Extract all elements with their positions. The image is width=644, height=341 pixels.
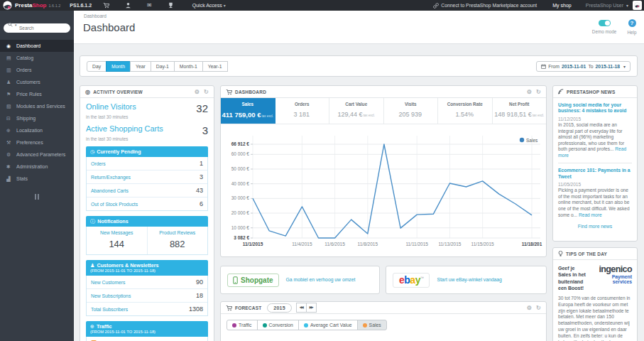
chevron-down-icon: ▾ bbox=[623, 64, 626, 69]
forecast-metric-toggles: Traffic Conversion Average Cart Value Sa… bbox=[227, 320, 546, 330]
my-shop-link[interactable]: My shop bbox=[552, 3, 571, 8]
cart-icon[interactable] bbox=[103, 2, 109, 9]
filter-month-button[interactable]: Month bbox=[106, 61, 131, 72]
book-icon: ▤ bbox=[6, 55, 16, 61]
panel-title: DASHBOARD bbox=[235, 90, 266, 94]
svg-text:50 000 €: 50 000 € bbox=[231, 166, 250, 171]
kpi-visits[interactable]: Visits205 939 bbox=[384, 98, 439, 124]
filter-month-1-button[interactable]: Month-1 bbox=[174, 61, 203, 72]
table-row: New Subscriptions18 bbox=[87, 289, 207, 303]
new-messages-cell: New Messages144 bbox=[87, 227, 147, 254]
active-carts-link[interactable]: Active Shopping Carts bbox=[86, 124, 163, 133]
calendar-icon bbox=[541, 64, 546, 69]
online-visitors-link[interactable]: Online Visitors bbox=[86, 102, 136, 111]
filter-day-button[interactable]: Day bbox=[87, 61, 107, 72]
filter-year-button[interactable]: Year bbox=[130, 61, 151, 72]
toggle-conversion[interactable]: Conversion bbox=[257, 320, 299, 330]
kpi-orders[interactable]: Orders3 181 bbox=[275, 98, 330, 124]
wrench-icon: ⚒ bbox=[6, 140, 16, 146]
toggle-traffic[interactable]: Traffic bbox=[227, 320, 258, 330]
ebay-ad-link[interactable]: Start uw eBay-winkel vandaag bbox=[437, 276, 501, 283]
help-icon[interactable]: ? bbox=[628, 19, 636, 27]
chevron-down-icon: ▾ bbox=[626, 4, 628, 8]
shopgate-logo[interactable]: Shopgate bbox=[227, 274, 279, 287]
svg-text:11/18/201: 11/18/201 bbox=[522, 242, 542, 247]
sidebar-item-customers[interactable]: ♟Customers bbox=[0, 76, 74, 88]
news-headline[interactable]: Using social media for your business: 4 … bbox=[558, 102, 632, 114]
svg-text:60 000 €: 60 000 € bbox=[231, 151, 250, 156]
cart-icon bbox=[226, 305, 232, 311]
tip-body: 30 tot 70% van de consumenten in Europa … bbox=[558, 292, 632, 341]
kpi-sales[interactable]: Sales411 759,00 €tax excl. bbox=[221, 98, 275, 124]
sidebar-item-orders[interactable]: ▥Orders bbox=[0, 64, 74, 76]
panel-title: FORECAST bbox=[235, 305, 261, 310]
svg-text:11/8/2015: 11/8/2015 bbox=[358, 242, 378, 247]
search-icon[interactable]: ▾ bbox=[8, 22, 17, 27]
orders-icon: ▥ bbox=[6, 67, 16, 73]
table-row: Abandoned Carts43 bbox=[87, 184, 207, 197]
demo-mode-control: Demo mode bbox=[589, 20, 620, 34]
dashboard-panel: DASHBOARD ⚙↻ Sales411 759,00 €tax excl. … bbox=[220, 85, 547, 257]
settings-icon[interactable]: ⚙ bbox=[195, 89, 200, 95]
target-icon: ◎ bbox=[85, 89, 90, 95]
sidebar-item-catalog[interactable]: ▤Catalog bbox=[0, 52, 74, 64]
date-range-picker[interactable]: From2015-11-01 To2015-11-18 ▾ bbox=[536, 61, 631, 72]
currently-pending-section: ◷Currently Pending Orders1 Return/Exchan… bbox=[86, 146, 208, 211]
sidebar-item-advanced-parameters[interactable]: ⚙Advanced Parameters bbox=[0, 148, 74, 161]
trophy-icon[interactable] bbox=[168, 2, 174, 9]
marketplace-link[interactable]: Connect to PrestaShop Marketplace accoun… bbox=[433, 3, 537, 9]
filter-day-1-button[interactable]: Day-1 bbox=[151, 61, 175, 72]
mail-icon[interactable]: ✉ bbox=[147, 3, 152, 9]
panel-title: ACTIVITY OVERVIEW bbox=[93, 90, 143, 94]
quick-access-menu[interactable]: Quick Access▾ bbox=[192, 3, 226, 8]
lightbulb-icon bbox=[558, 251, 563, 257]
kpi-conversion-rate[interactable]: Conversion Rate1.54% bbox=[438, 98, 493, 124]
globe-icon: ⊕ bbox=[6, 128, 16, 134]
kpi-net-profit[interactable]: Net Profit148 918,51 €tax excl. bbox=[493, 98, 547, 124]
collapse-sidebar-icon[interactable] bbox=[33, 194, 40, 200]
sidebar: ▾ ◉Dashboard ▤Catalog ▥Orders ♟Customers… bbox=[0, 11, 74, 341]
previous-year-button[interactable]: ◀◀ bbox=[296, 303, 307, 312]
sidebar-item-price-rules[interactable]: ⚑Price Rules bbox=[0, 88, 74, 100]
settings-icon[interactable]: ⚙ bbox=[527, 89, 532, 95]
filter-year-1-button[interactable]: Year-1 bbox=[202, 61, 228, 72]
sidebar-item-shipping[interactable]: ⊟Shipping bbox=[0, 112, 74, 124]
refresh-icon[interactable]: ↻ bbox=[536, 305, 541, 311]
sidebar-item-stats[interactable]: ▟Stats bbox=[0, 173, 74, 185]
read-more-link[interactable]: Read more bbox=[579, 212, 602, 217]
news-excerpt: Picking a payment provider is one of the… bbox=[558, 188, 632, 218]
customers-newsletters-section: ♟Customers & Newsletters(FROM 2015-11-01… bbox=[86, 260, 208, 316]
sidebar-item-administration[interactable]: ✱Administration bbox=[0, 161, 74, 173]
online-visitors-sublabel: in the last 30 minutes bbox=[86, 114, 208, 119]
customers-icon: ♟ bbox=[6, 80, 16, 85]
user-icon[interactable] bbox=[125, 2, 131, 9]
cart-icon bbox=[226, 89, 232, 95]
sidebar-item-modules[interactable]: ▧Modules and Services bbox=[0, 100, 74, 112]
next-year-button[interactable]: ▶▶ bbox=[306, 303, 317, 312]
demo-mode-toggle[interactable] bbox=[599, 20, 611, 26]
news-headline[interactable]: Ecommerce 101: Payments in a Tweet bbox=[558, 168, 632, 180]
bullet-icon bbox=[304, 323, 308, 328]
refresh-icon[interactable]: ↻ bbox=[204, 89, 209, 95]
gear-icon: ✱ bbox=[6, 164, 16, 170]
sidebar-item-preferences[interactable]: ⚒Preferences bbox=[0, 136, 74, 148]
globe-icon: ⊕ bbox=[90, 323, 94, 330]
news-item: Ecommerce 101: Payments in a Tweet 11/05… bbox=[558, 168, 632, 218]
shopgate-ad-link[interactable]: Ga mobiel en verhoog uw omzet bbox=[286, 276, 356, 283]
settings-icon[interactable]: ⚙ bbox=[527, 305, 532, 311]
ebay-logo[interactable]: ebay™ bbox=[393, 273, 430, 288]
sidebar-item-dashboard[interactable]: ◉Dashboard bbox=[0, 40, 74, 52]
chevron-down-icon: ▾ bbox=[224, 4, 226, 8]
toggle-average-cart-value[interactable]: Average Cart Value bbox=[298, 320, 358, 330]
top-bar: PrestaShop1.6.1.2 PS1.6.1.2 ✉ Quick Acce… bbox=[0, 0, 644, 11]
user-avatar[interactable] bbox=[633, 1, 642, 10]
user-menu[interactable]: PrestaShop User ▾ bbox=[586, 3, 628, 8]
forecast-year[interactable]: 2015 bbox=[267, 303, 291, 313]
kpi-cart-value[interactable]: Cart Value129,44 €tax excl. bbox=[329, 98, 384, 124]
sidebar-item-localization[interactable]: ⊕Localization bbox=[0, 124, 74, 136]
toggle-sales[interactable]: Sales bbox=[357, 320, 387, 330]
find-more-news-link[interactable]: Find more news bbox=[558, 224, 632, 229]
demo-mode-label: Demo mode bbox=[589, 29, 620, 34]
refresh-icon[interactable]: ↻ bbox=[536, 89, 541, 95]
modules-icon: ▧ bbox=[6, 104, 16, 109]
